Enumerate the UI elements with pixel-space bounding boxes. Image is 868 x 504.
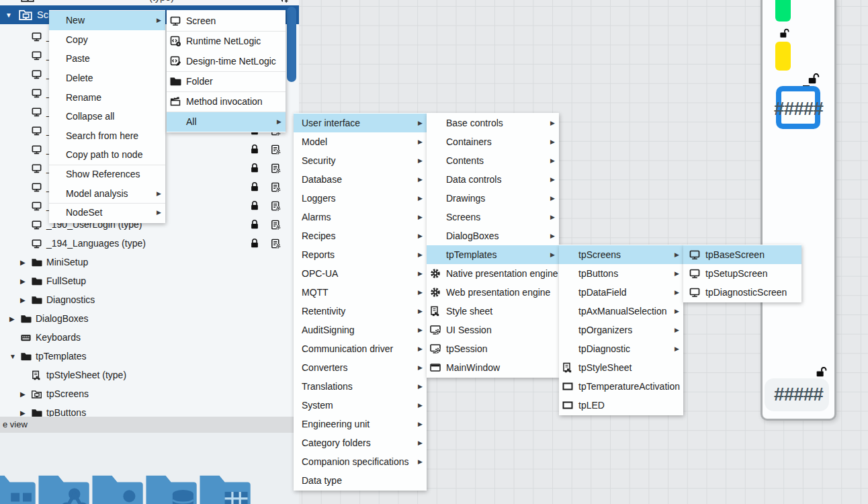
menu-item[interactable]: Design-time NetLogic bbox=[167, 51, 286, 71]
menu-item[interactable]: Base controls ▶ bbox=[427, 114, 559, 132]
menu-item[interactable]: tpScreens ▶ bbox=[559, 245, 683, 264]
tree-row[interactable]: ▶ MiniSetup bbox=[0, 253, 299, 271]
menu-item[interactable]: Screen bbox=[167, 11, 286, 31]
menu-item[interactable]: MainWindow bbox=[427, 358, 559, 377]
expander-icon[interactable]: ▶ bbox=[9, 315, 20, 323]
menu-item[interactable]: Database ▶ bbox=[294, 170, 427, 189]
screen-icon bbox=[689, 286, 701, 298]
menu-item[interactable]: Style sheet bbox=[427, 302, 559, 321]
document-gear-icon bbox=[270, 238, 281, 249]
menu-item[interactable]: tpButtons ▶ bbox=[559, 264, 683, 283]
menu-item[interactable]: Data type bbox=[294, 471, 427, 490]
menu-item[interactable]: Engineering unit ▶ bbox=[294, 415, 427, 433]
menu-item[interactable]: tpBaseScreen bbox=[683, 245, 801, 264]
tree-row[interactable]: ▶ DialogBoxes bbox=[0, 309, 299, 328]
menu-item[interactable]: AuditSigning ▶ bbox=[294, 321, 427, 339]
tree-row[interactable]: ▶ FullSetup bbox=[0, 271, 299, 290]
menu-item[interactable]: Model analysis ▶ bbox=[49, 183, 165, 203]
submenu-arrow-icon: ▶ bbox=[414, 364, 423, 371]
expander-icon[interactable]: ▼ bbox=[9, 353, 20, 360]
menu-item[interactable]: Companion specifications ▶ bbox=[294, 452, 427, 471]
menu-item[interactable]: Communication driver ▶ bbox=[294, 339, 427, 358]
menu-item[interactable]: tpDataField ▶ bbox=[559, 283, 683, 302]
tree-scrollbar-thumb[interactable] bbox=[287, 7, 296, 82]
menu-item[interactable]: New ▶ bbox=[49, 11, 165, 30]
screen-design-surface[interactable]: ##### ##### bbox=[761, 0, 836, 421]
menu-item[interactable]: Folder bbox=[167, 71, 286, 91]
expander-icon[interactable]: ▶ bbox=[20, 278, 31, 285]
expander-icon[interactable]: ▶ bbox=[20, 409, 31, 417]
menu-item[interactable]: Screens ▶ bbox=[427, 208, 559, 226]
menu-item-label: Model bbox=[302, 136, 327, 147]
menu-item[interactable]: Data controls ▶ bbox=[427, 170, 559, 189]
tree-row[interactable]: _194_Languages (type) bbox=[0, 234, 299, 253]
menu-item[interactable]: Collapse all bbox=[49, 107, 165, 126]
menu-item[interactable]: tpOrganizers ▶ bbox=[559, 321, 683, 339]
screen-icon bbox=[31, 200, 42, 212]
menu-item[interactable]: Show References bbox=[49, 165, 165, 184]
filter-icon[interactable] bbox=[277, 0, 289, 5]
menu-item[interactable]: tpSetupScreen bbox=[683, 264, 801, 283]
menu-item[interactable]: DialogBoxes ▶ bbox=[427, 226, 559, 245]
menu-item[interactable]: All ▶ bbox=[167, 112, 286, 132]
menu-item[interactable]: Reports ▶ bbox=[294, 245, 427, 264]
tree-row[interactable]: tpStyleSheet (type) bbox=[0, 366, 299, 384]
menu-item[interactable]: Recipes ▶ bbox=[294, 226, 427, 245]
menu-item[interactable]: Native presentation engine bbox=[427, 264, 559, 283]
expander-icon[interactable]: ▶ bbox=[20, 296, 31, 304]
menu-item-label: Show References bbox=[66, 169, 140, 179]
menu-item[interactable]: Copy bbox=[49, 30, 165, 50]
menu-item[interactable]: Search from here bbox=[49, 126, 165, 146]
green-led-widget[interactable] bbox=[775, 0, 791, 22]
menu-item[interactable]: Alarms ▶ bbox=[294, 208, 427, 226]
category-item[interactable]: User Interface bbox=[0, 469, 37, 504]
menu-item[interactable]: Copy path to node bbox=[49, 145, 165, 165]
menu-item[interactable]: Method invocation bbox=[167, 91, 286, 112]
menu-item[interactable]: Category folders ▶ bbox=[294, 433, 427, 452]
menu-item[interactable]: Rename bbox=[49, 87, 165, 107]
menu-item[interactable]: Model ▶ bbox=[294, 132, 427, 151]
menu-item[interactable]: System ▶ bbox=[294, 396, 427, 415]
menu-item[interactable]: tpTemplates ▶ bbox=[427, 245, 559, 264]
security-folder-icon bbox=[88, 469, 144, 504]
category-item[interactable]: Loggers bbox=[196, 469, 252, 504]
category-item[interactable]: Database bbox=[142, 469, 198, 504]
menu-item[interactable]: Converters ▶ bbox=[294, 358, 427, 377]
menu-item[interactable]: tpSession bbox=[427, 339, 559, 358]
tree-row[interactable]: ▼ tpTemplates bbox=[0, 347, 299, 366]
menu-item[interactable]: UI Session bbox=[427, 321, 559, 339]
expander-icon[interactable]: ▶ bbox=[20, 259, 31, 266]
menu-item[interactable]: Web presentation engine bbox=[427, 283, 559, 302]
tree-row[interactable]: ▶ Diagnostics bbox=[0, 290, 299, 309]
menu-item[interactable]: tpLED bbox=[559, 396, 683, 415]
datafield-placeholder: ##### bbox=[761, 99, 836, 119]
yellow-led-widget[interactable] bbox=[775, 42, 791, 71]
expander-icon[interactable]: ▶ bbox=[20, 390, 31, 398]
category-item[interactable]: Model bbox=[34, 469, 91, 504]
menu-item[interactable]: Translations ▶ bbox=[294, 377, 427, 396]
menu-item[interactable]: tpDiagnostic ▶ bbox=[559, 339, 683, 358]
menu-item[interactable]: tpAxManualSelection ▶ bbox=[559, 302, 683, 321]
menu-item[interactable]: Loggers ▶ bbox=[294, 189, 427, 208]
category-item[interactable]: Security bbox=[88, 469, 144, 504]
menu-item[interactable]: Contents ▶ bbox=[427, 151, 559, 170]
tree-row[interactable]: ▶ tpScreens bbox=[0, 384, 299, 403]
menu-item[interactable]: User interface ▶ bbox=[294, 114, 427, 132]
caret-down-icon[interactable]: ▼ bbox=[5, 11, 15, 19]
menu-item[interactable]: Retentivity ▶ bbox=[294, 302, 427, 321]
menu-item[interactable]: OPC-UA ▶ bbox=[294, 264, 427, 283]
menu-item[interactable]: Drawings ▶ bbox=[427, 189, 559, 208]
tree-row[interactable]: ▶ tpButtons bbox=[0, 403, 299, 417]
menu-item[interactable]: Containers ▶ bbox=[427, 132, 559, 151]
tree-row[interactable]: Keyboards bbox=[0, 328, 299, 347]
menu-item[interactable]: Runtime NetLogic bbox=[167, 31, 286, 51]
menu-item[interactable]: Delete bbox=[49, 69, 165, 88]
menu-item[interactable]: tpDiagnosticScreen bbox=[683, 283, 801, 302]
submenu-arrow-icon: ▶ bbox=[153, 17, 161, 24]
menu-item[interactable]: tpTemperatureActivation bbox=[559, 377, 683, 396]
menu-item[interactable]: NodeSet ▶ bbox=[49, 203, 165, 222]
menu-item[interactable]: Paste bbox=[49, 49, 165, 69]
menu-item[interactable]: tpStyleSheet bbox=[559, 358, 683, 377]
menu-item[interactable]: MQTT ▶ bbox=[294, 283, 427, 302]
menu-item[interactable]: Security ▶ bbox=[294, 151, 427, 170]
